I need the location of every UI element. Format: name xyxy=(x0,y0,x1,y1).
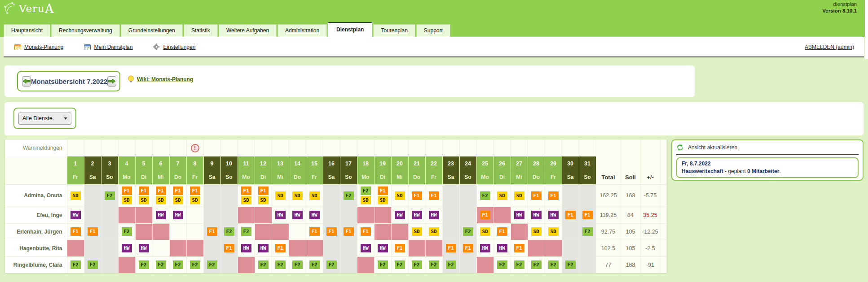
roster-cell-day-9[interactable]: F2 xyxy=(203,256,220,273)
roster-cell-day-25[interactable]: SD xyxy=(476,223,493,240)
weekday-header-30[interactable]: Sa xyxy=(562,170,579,184)
roster-cell-day-6[interactable] xyxy=(152,223,169,240)
roster-cell-day-7[interactable]: HW xyxy=(169,207,186,223)
roster-cell-day-30[interactable]: F2 xyxy=(562,256,579,273)
roster-cell-day-28[interactable]: HW xyxy=(528,207,545,223)
roster-cell-day-6[interactable]: F1SD xyxy=(152,184,169,207)
day-header-30[interactable]: 30 xyxy=(562,156,579,170)
roster-cell-day-8[interactable]: F2 xyxy=(186,256,203,273)
roster-cell-day-25[interactable] xyxy=(476,256,493,273)
prev-month-button[interactable] xyxy=(22,76,31,87)
weekday-header-2[interactable]: Sa xyxy=(84,170,101,184)
roster-cell-day-25[interactable]: F1 xyxy=(476,207,493,223)
roster-cell-day-15[interactable]: F1 xyxy=(306,223,323,240)
roster-cell-day-13[interactable]: HW xyxy=(272,207,289,223)
roster-cell-day-12[interactable] xyxy=(255,223,272,240)
roster-cell-day-14[interactable] xyxy=(289,240,306,256)
weekday-header-3[interactable]: So xyxy=(101,170,118,184)
roster-cell-day-7[interactable]: F2 xyxy=(169,256,186,273)
day-header-10[interactable]: 10 xyxy=(220,156,238,170)
roster-cell-day-4[interactable]: HW xyxy=(118,240,135,256)
roster-cell-day-5[interactable]: HW xyxy=(135,240,152,256)
roster-cell-day-22[interactable]: SD xyxy=(425,223,442,240)
roster-cell-day-20[interactable]: HW xyxy=(391,207,408,223)
roster-cell-day-10[interactable]: F1 xyxy=(220,240,238,256)
weekday-header-21[interactable]: Do xyxy=(408,170,425,184)
roster-cell-day-29[interactable] xyxy=(545,240,562,256)
roster-cell-day-10[interactable]: F2 xyxy=(220,223,238,240)
tab-statistik[interactable]: Statistik xyxy=(184,24,218,37)
tab-grundeinstellungen[interactable]: Grundeinstellungen xyxy=(121,24,183,37)
roster-cell-day-22[interactable]: F2 xyxy=(425,256,442,273)
subnav-item-monats-planung[interactable]: Monats-Planung xyxy=(14,44,63,50)
roster-cell-day-10[interactable] xyxy=(220,207,238,223)
roster-cell-day-19[interactable] xyxy=(374,207,391,223)
roster-cell-day-2[interactable] xyxy=(84,240,101,256)
day-header-7[interactable]: 7 xyxy=(169,156,186,170)
subnav-item-einstellungen[interactable]: Einstellungen xyxy=(153,43,195,50)
weekday-header-10[interactable]: So xyxy=(220,170,238,184)
roster-cell-day-21[interactable] xyxy=(408,240,425,256)
roster-cell-day-7[interactable] xyxy=(169,223,186,240)
roster-cell-day-16[interactable]: F1 xyxy=(323,223,340,240)
roster-cell-day-19[interactable]: HW xyxy=(374,240,391,256)
day-header-29[interactable]: 29 xyxy=(545,156,562,170)
day-header-9[interactable]: 9 xyxy=(203,156,220,170)
roster-cell-day-23[interactable] xyxy=(442,223,459,240)
roster-cell-day-17[interactable] xyxy=(340,256,357,273)
roster-cell-day-26[interactable]: HW xyxy=(493,240,511,256)
roster-cell-day-21[interactable]: SD xyxy=(408,223,425,240)
roster-cell-day-24[interactable]: F1 xyxy=(459,240,476,256)
roster-cell-day-17[interactable] xyxy=(340,240,357,256)
weekday-header-15[interactable]: Fr xyxy=(306,170,323,184)
roster-cell-day-12[interactable]: HW xyxy=(255,240,272,256)
roster-cell-day-16[interactable] xyxy=(323,184,340,207)
day-header-15[interactable]: 15 xyxy=(306,156,323,170)
roster-cell-day-11[interactable]: HW xyxy=(238,240,255,256)
roster-cell-day-8[interactable] xyxy=(186,240,203,256)
roster-cell-day-20[interactable] xyxy=(391,223,408,240)
roster-cell-day-18[interactable]: F2SD xyxy=(357,184,374,207)
roster-cell-day-20[interactable]: F2 xyxy=(391,256,408,273)
roster-cell-day-19[interactable]: F1SD xyxy=(374,184,391,207)
roster-cell-day-23[interactable]: F1 xyxy=(442,240,459,256)
roster-cell-day-23[interactable] xyxy=(442,184,459,207)
roster-cell-day-16[interactable] xyxy=(323,240,340,256)
roster-cell-day-15[interactable]: HW xyxy=(306,207,323,223)
roster-cell-day-1[interactable]: SD xyxy=(67,184,84,207)
weekday-header-4[interactable]: Mo xyxy=(118,170,135,184)
weekday-header-17[interactable]: So xyxy=(340,170,357,184)
roster-cell-day-23[interactable]: F2 xyxy=(442,256,459,273)
roster-cell-day-13[interactable]: SD xyxy=(272,184,289,207)
tab-hauptansicht[interactable]: Hauptansicht xyxy=(4,24,50,37)
day-header-13[interactable]: 13 xyxy=(272,156,289,170)
roster-cell-day-17[interactable]: F2 xyxy=(340,184,357,207)
roster-cell-day-23[interactable] xyxy=(442,207,459,223)
roster-cell-day-24[interactable] xyxy=(459,207,476,223)
weekday-header-18[interactable]: Mo xyxy=(357,170,374,184)
tab-administration[interactable]: Administration xyxy=(278,24,327,37)
roster-cell-day-30[interactable] xyxy=(562,223,579,240)
roster-cell-day-5[interactable] xyxy=(135,223,152,240)
day-header-28[interactable]: 28 xyxy=(528,156,545,170)
roster-cell-day-26[interactable]: F1 xyxy=(493,223,511,240)
roster-cell-day-18[interactable] xyxy=(357,207,374,223)
weekday-header-22[interactable]: Fr xyxy=(425,170,442,184)
day-header-22[interactable]: 22 xyxy=(425,156,442,170)
roster-cell-day-19[interactable] xyxy=(374,223,391,240)
roster-cell-day-8[interactable] xyxy=(186,207,203,223)
employee-name[interactable]: Efeu, Inge xyxy=(5,207,67,223)
logout-link[interactable]: ABMELDEN (admin) xyxy=(805,44,854,50)
day-header-8[interactable]: 8 xyxy=(186,156,203,170)
day-header-24[interactable]: 24 xyxy=(459,156,476,170)
roster-cell-day-2[interactable]: F1 xyxy=(84,223,101,240)
roster-cell-day-6[interactable]: HW xyxy=(152,207,169,223)
roster-cell-day-6[interactable]: F2 xyxy=(152,256,169,273)
roster-cell-day-13[interactable] xyxy=(272,223,289,240)
roster-cell-day-2[interactable]: F2 xyxy=(84,256,101,273)
roster-cell-day-31[interactable] xyxy=(579,240,596,256)
weekday-header-24[interactable]: So xyxy=(459,170,476,184)
roster-cell-day-12[interactable]: F1SD xyxy=(255,184,272,207)
day-header-11[interactable]: 11 xyxy=(238,156,255,170)
roster-cell-day-17[interactable]: F1 xyxy=(340,223,357,240)
